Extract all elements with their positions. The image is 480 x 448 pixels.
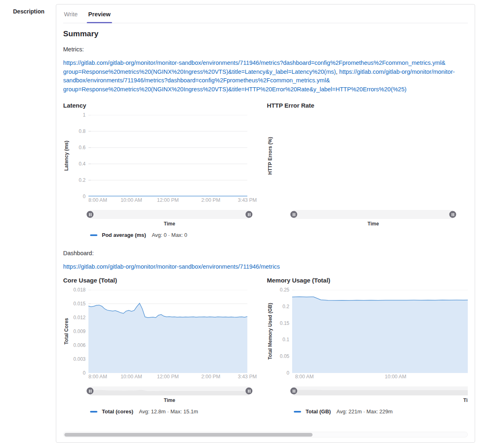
x-axis-ticks: 8:00 AM10:00 AM12:00 PM2:00 PM3:43 PM bbox=[88, 374, 247, 380]
x-tick-label: 10:00 AM bbox=[121, 197, 142, 203]
memory-usage-chart: Memory Usage (Total) Total Memory Used (… bbox=[267, 277, 468, 415]
y-tick-label: 0.006 bbox=[73, 342, 86, 348]
y-tick-label: 0.2 bbox=[282, 304, 289, 309]
y-tick-label: 0.05 bbox=[280, 353, 289, 359]
y-tick-label: 0.4 bbox=[79, 161, 86, 167]
y-tick-label: 0.1 bbox=[282, 337, 289, 342]
markdown-preview: Summary Metrics: https://gitlab.com/gitl… bbox=[63, 23, 468, 415]
legend-swatch bbox=[90, 234, 97, 236]
x-tick-label: 10:00 AM bbox=[385, 374, 406, 380]
chart-title: Latency bbox=[63, 102, 267, 109]
tab-write[interactable]: Write bbox=[64, 11, 78, 18]
horizontal-scrollbar[interactable] bbox=[63, 432, 468, 437]
y-tick-label: 0.018 bbox=[73, 287, 86, 293]
y-axis-ticks: 0.0180.0150.0120.0090.0060.0030 bbox=[70, 290, 88, 373]
time-range-slider[interactable] bbox=[294, 386, 468, 395]
editor-tabs: Write Preview bbox=[63, 8, 468, 23]
time-range-slider[interactable] bbox=[90, 386, 249, 395]
x-tick-label: 3:43 PM bbox=[238, 374, 257, 380]
core-usage-chart: Core Usage (Total) Total Cores 0.0180.01… bbox=[63, 277, 267, 415]
y-axis-label: Latency (ms) bbox=[63, 115, 70, 196]
slider-handle-right[interactable] bbox=[246, 388, 253, 395]
x-tick-label: 2:00 PM bbox=[201, 374, 220, 380]
horizontal-scrollbar-thumb[interactable] bbox=[64, 433, 313, 437]
plot-area bbox=[292, 115, 451, 196]
slider-handle-left[interactable] bbox=[291, 388, 297, 395]
metrics-link[interactable]: sandbox/environments/711946/metrics?dash… bbox=[63, 77, 330, 84]
chart-legend: Total (cores) Avg: 12.8m · Max: 15.1m bbox=[90, 408, 267, 415]
http-error-rate-chart: HTTP Error Rate HTTP Errors (%) Time bbox=[267, 102, 453, 238]
x-tick-label: 8:00 AM bbox=[295, 374, 314, 380]
description-label: Description bbox=[13, 8, 44, 15]
dashboard-label: Dashboard: bbox=[63, 250, 468, 256]
x-tick-label: 2:00 PM bbox=[201, 197, 220, 203]
metrics-link[interactable]: https://gitlab.com/gitlab-org/monitor/mo… bbox=[63, 60, 445, 66]
legend-swatch bbox=[294, 411, 301, 413]
x-axis-ticks: 8:00 AM10:00 AM bbox=[292, 374, 468, 380]
metrics-link[interactable]: https://gitlab.com/gitlab-org/monitor/mo… bbox=[339, 68, 455, 75]
plot-area bbox=[88, 115, 247, 196]
chart-title: Memory Usage (Total) bbox=[267, 277, 468, 284]
time-range-slider[interactable] bbox=[90, 210, 249, 219]
metrics-link[interactable]: group=Response%20metrics%20(NGINX%20Ingr… bbox=[63, 86, 407, 93]
x-axis-ticks: 8:00 AM10:00 AM12:00 PM2:00 PM3:43 PM bbox=[88, 197, 247, 203]
y-tick-label: 0 bbox=[83, 370, 86, 376]
y-axis-label: HTTP Errors (%) bbox=[267, 115, 273, 196]
x-tick-label: 8:00 AM bbox=[88, 197, 107, 203]
slider-track[interactable] bbox=[294, 386, 468, 395]
x-axis-ticks bbox=[292, 197, 451, 203]
description-panel: Write Preview Summary Metrics: https://g… bbox=[56, 4, 475, 443]
metrics-label: Metrics: bbox=[63, 46, 468, 53]
x-tick-label: 10:00 AM bbox=[121, 374, 142, 380]
x-axis-title: Time bbox=[294, 221, 453, 227]
y-tick-label: 0 bbox=[286, 370, 289, 376]
y-tick-label: 0.8 bbox=[79, 128, 86, 134]
latency-chart: Latency Latency (ms) 10.80.60.40.20 8:00… bbox=[63, 102, 267, 238]
slider-handle-right[interactable] bbox=[449, 211, 456, 218]
plot-area bbox=[88, 290, 247, 373]
metrics-links: https://gitlab.com/gitlab-org/monitor/mo… bbox=[63, 59, 468, 94]
slider-track[interactable] bbox=[90, 386, 249, 395]
x-axis-title: Time bbox=[90, 397, 249, 403]
x-tick-label: 8:00 AM bbox=[88, 374, 107, 380]
slider-handle-right[interactable] bbox=[246, 211, 253, 218]
y-tick-label: 0.6 bbox=[79, 145, 86, 150]
chart-title: HTTP Error Rate bbox=[267, 102, 453, 109]
x-axis-title: Time bbox=[90, 221, 249, 227]
time-range-slider[interactable] bbox=[294, 210, 453, 219]
y-tick-label: 0.012 bbox=[73, 315, 86, 320]
summary-heading: Summary bbox=[63, 29, 468, 38]
y-tick-label: 0.015 bbox=[73, 301, 86, 307]
dashboard-link[interactable]: https://gitlab.com/gitlab-org/monitor/mo… bbox=[63, 263, 468, 270]
x-tick-label: 12:00 PM bbox=[157, 197, 179, 203]
chart-title: Core Usage (Total) bbox=[63, 277, 267, 284]
x-tick-label: 12:00 PM bbox=[157, 374, 179, 380]
y-axis-label: Total Cores bbox=[63, 290, 70, 373]
y-axis-label: Total Memory Used (GB) bbox=[267, 290, 273, 373]
y-tick-label: 0.003 bbox=[73, 356, 86, 362]
y-axis-ticks bbox=[273, 115, 292, 196]
charts-row-2: Core Usage (Total) Total Cores 0.0180.01… bbox=[63, 277, 468, 415]
y-tick-label: 0.009 bbox=[73, 329, 86, 334]
slider-track[interactable] bbox=[90, 210, 249, 219]
y-tick-label: 0.15 bbox=[280, 320, 289, 326]
legend-swatch bbox=[90, 411, 97, 413]
x-tick-label: 3:43 PM bbox=[238, 197, 257, 203]
y-axis-ticks: 10.80.60.40.20 bbox=[70, 115, 88, 196]
y-axis-ticks: 0.250.20.150.10.050 bbox=[273, 290, 292, 373]
x-axis-title: Time bbox=[294, 397, 468, 403]
y-tick-label: 1 bbox=[83, 112, 86, 118]
slider-handle-left[interactable] bbox=[291, 211, 297, 218]
chart-legend: Total (GB) Avg: 221m · Max: 229m bbox=[294, 408, 468, 415]
y-tick-label: 0.2 bbox=[79, 177, 86, 183]
y-tick-label: 0.25 bbox=[280, 287, 289, 293]
metrics-link[interactable]: group=Response%20metrics%20(NGINX%20Ingr… bbox=[63, 68, 336, 75]
tab-preview[interactable]: Preview bbox=[88, 11, 111, 18]
slider-handle-left[interactable] bbox=[87, 211, 94, 218]
plot-area bbox=[292, 290, 468, 373]
slider-track[interactable] bbox=[294, 210, 453, 219]
charts-row-1: Latency Latency (ms) 10.80.60.40.20 8:00… bbox=[63, 102, 468, 238]
chart-legend: Pod average (ms) Avg: 0 · Max: 0 bbox=[90, 232, 267, 238]
y-tick-label: 0 bbox=[83, 194, 86, 199]
slider-handle-left[interactable] bbox=[87, 388, 94, 395]
